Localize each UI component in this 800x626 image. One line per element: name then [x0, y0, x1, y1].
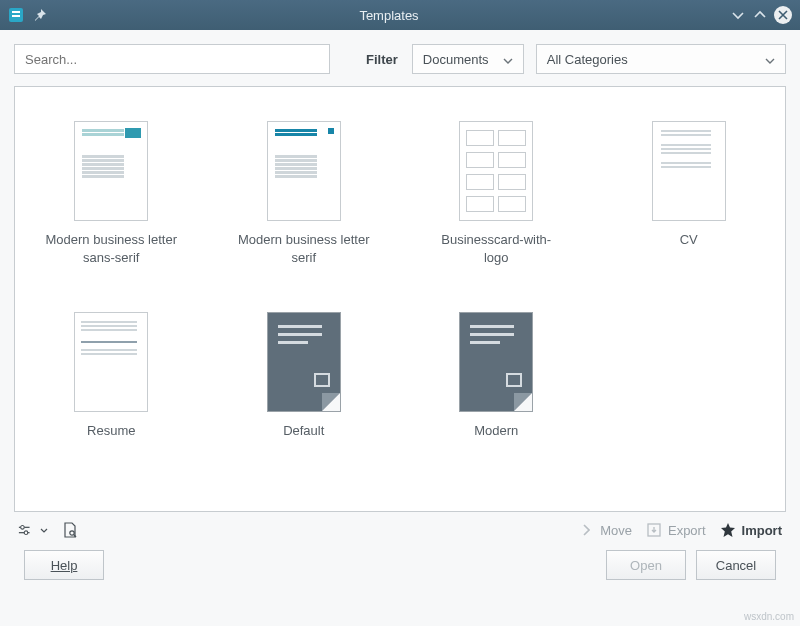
template-label: CV — [680, 231, 698, 249]
export-icon — [646, 522, 662, 538]
template-item[interactable]: CV — [623, 121, 756, 266]
pin-icon[interactable] — [32, 7, 48, 23]
open-label: Open — [630, 558, 662, 573]
template-thumbnail — [459, 312, 533, 412]
export-label: Export — [668, 523, 706, 538]
template-thumbnail — [267, 312, 341, 412]
template-thumbnail — [74, 312, 148, 412]
template-label: Resume — [87, 422, 135, 440]
template-label: Modern business letter sans-serif — [45, 231, 178, 266]
open-button: Open — [606, 550, 686, 580]
filter-label: Filter — [366, 52, 398, 67]
import-label: Import — [742, 523, 782, 538]
template-item[interactable]: Resume — [45, 312, 178, 440]
cancel-label: Cancel — [716, 558, 756, 573]
template-thumbnail — [74, 121, 148, 221]
svg-point-7 — [70, 531, 74, 535]
import-button[interactable]: Import — [720, 522, 782, 538]
close-icon[interactable] — [774, 6, 792, 24]
template-item[interactable]: Businesscard-with-logo — [430, 121, 563, 266]
svg-point-4 — [21, 526, 25, 530]
app-icon — [8, 7, 24, 23]
template-thumbnail — [652, 121, 726, 221]
maximize-icon[interactable] — [752, 7, 768, 23]
template-grid: Modern business letter sans-serifModern … — [14, 86, 786, 512]
move-button: Move — [578, 522, 632, 538]
template-label: Modern — [474, 422, 518, 440]
svg-point-6 — [24, 531, 28, 535]
browse-button[interactable] — [62, 522, 78, 538]
filter-category-value: All Categories — [547, 52, 628, 67]
template-thumbnail — [267, 121, 341, 221]
template-label: Default — [283, 422, 324, 440]
chevron-down-icon — [40, 522, 48, 538]
help-button[interactable]: Help — [24, 550, 104, 580]
watermark: wsxdn.com — [744, 611, 794, 622]
filter-type-value: Documents — [423, 52, 489, 67]
template-item[interactable]: Default — [238, 312, 371, 440]
svg-rect-1 — [12, 11, 20, 13]
file-search-icon — [62, 522, 78, 538]
filter-row: Filter Documents All Categories — [14, 44, 786, 74]
help-label: Help — [51, 558, 78, 573]
bottom-toolbar: Move Export Import — [14, 512, 786, 546]
template-item[interactable]: Modern — [430, 312, 563, 440]
search-input[interactable] — [14, 44, 330, 74]
titlebar: Templates — [0, 0, 800, 30]
star-icon — [720, 522, 736, 538]
chevron-right-icon — [578, 522, 594, 538]
export-button: Export — [646, 522, 706, 538]
filter-type-select[interactable]: Documents — [412, 44, 524, 74]
move-label: Move — [600, 523, 632, 538]
filter-category-select[interactable]: All Categories — [536, 44, 786, 74]
settings-icon — [18, 522, 34, 538]
chevron-down-icon — [503, 52, 513, 67]
template-item[interactable]: Modern business letter serif — [238, 121, 371, 266]
settings-menu-button[interactable] — [18, 522, 48, 538]
window-title: Templates — [56, 8, 722, 23]
dialog-footer: Help Open Cancel — [14, 546, 786, 580]
chevron-down-icon — [765, 52, 775, 67]
template-label: Modern business letter serif — [238, 231, 371, 266]
cancel-button[interactable]: Cancel — [696, 550, 776, 580]
template-thumbnail — [459, 121, 533, 221]
template-label: Businesscard-with-logo — [430, 231, 563, 266]
template-item[interactable]: Modern business letter sans-serif — [45, 121, 178, 266]
svg-rect-2 — [12, 15, 20, 17]
minimize-icon[interactable] — [730, 7, 746, 23]
